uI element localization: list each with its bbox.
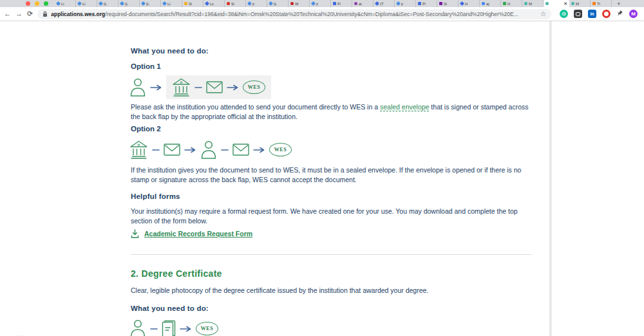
browser-tab[interactable]: aj	[480, 0, 501, 7]
tab-favicon	[375, 1, 379, 6]
browser-tab[interactable]: Li	[76, 0, 97, 7]
browser-tab[interactable]: [L	[140, 0, 161, 7]
tab-label: M	[576, 2, 579, 6]
helpful-forms-description: Your institution(s) may require a formal…	[131, 207, 538, 226]
new-tab-button[interactable]: +	[612, 0, 626, 7]
applicant-person-icon	[200, 140, 217, 160]
browser-tab[interactable]: Si	[437, 0, 459, 7]
browser-tab[interactable]: Li	[161, 0, 182, 7]
browser-tab[interactable]: Pi	[416, 0, 437, 7]
browser-tab[interactable]: Pi	[331, 0, 352, 7]
wes-logo: WES	[269, 143, 292, 156]
envelope-icon	[232, 144, 249, 156]
grammarly-extension-icon[interactable]: G	[560, 10, 568, 18]
browser-tab[interactable]: M	[522, 0, 544, 7]
academic-records-request-form-link[interactable]: Academic Records Request Form	[144, 230, 252, 238]
envelope-icon	[164, 144, 180, 156]
browser-tab[interactable]: Ti	[591, 0, 612, 7]
reload-icon[interactable]: ⟳	[27, 10, 33, 17]
browser-chrome: LiLi[L[L[LLiSiLcSijr[LWjrPiai(TjrPiSiHaj…	[0, 0, 644, 21]
browser-tab[interactable]: [L	[97, 0, 118, 7]
tab-label: jr	[316, 2, 318, 6]
browser-tab[interactable]: Si	[182, 0, 204, 7]
bookmark-star-icon[interactable]: ☆	[540, 10, 546, 17]
arrow-right-icon	[184, 147, 196, 153]
helpful-forms-heading: Helpful forms	[131, 192, 180, 200]
tab-favicon	[503, 2, 506, 5]
arrow-right-icon	[150, 84, 162, 91]
what-to-do-heading-2: What you need to do:	[131, 304, 209, 312]
tab-label: [L	[104, 2, 107, 6]
tab-label: aj	[486, 2, 489, 6]
browser-tab[interactable]: Si	[225, 0, 246, 7]
tab-favicon	[482, 2, 485, 5]
option-1-flow: WES	[129, 75, 271, 99]
scrollbar-track[interactable]	[549, 21, 552, 336]
wes-logo: WES	[243, 80, 265, 94]
browser-tab[interactable]: jr	[395, 0, 416, 7]
dash-connector	[150, 326, 158, 332]
tab-favicon	[269, 1, 273, 6]
browser-tab[interactable]: ai	[352, 0, 374, 7]
browser-tab[interactable]: Li	[55, 0, 76, 7]
tab-favicon	[141, 1, 146, 6]
option-2-flow: WES	[129, 140, 292, 160]
tab-label: Pi	[422, 2, 426, 6]
red-o-extension-icon[interactable]	[602, 10, 611, 18]
tab-favicon	[205, 1, 209, 6]
tab-favicon	[418, 2, 421, 5]
option-1-label: Option 1	[131, 62, 161, 70]
tab-favicon	[460, 1, 464, 6]
tab-favicon	[571, 2, 574, 5]
degree-flow: WES	[129, 319, 218, 336]
download-icon[interactable]	[131, 229, 139, 238]
lock-icon	[43, 11, 48, 17]
url-domain: applications.wes.org	[51, 11, 105, 17]
browser-tab[interactable]: ✕	[544, 0, 569, 7]
tab-label: jr	[401, 2, 403, 6]
profile-avatar[interactable]: M	[629, 10, 638, 18]
forward-icon[interactable]: →	[15, 10, 23, 17]
browser-tab[interactable]: jr	[246, 0, 267, 7]
browser-tab[interactable]: M	[569, 0, 591, 7]
browser-tab[interactable]: [L	[267, 0, 289, 7]
tab-close-icon[interactable]: ✕	[564, 1, 567, 6]
arrow-right-icon	[180, 326, 192, 332]
screenshot-extension-icon[interactable]	[574, 10, 582, 18]
tab-favicon	[333, 2, 336, 5]
arrow-right-icon	[227, 84, 239, 91]
close-window-button[interactable]	[26, 1, 30, 6]
browser-tab[interactable]: W	[289, 0, 310, 7]
sealed-envelope-link[interactable]: sealed envelope	[380, 103, 429, 111]
download-form-row: Academic Records Request Form	[131, 229, 252, 238]
option-1-text-before: Please ask the institution you attended …	[131, 103, 380, 111]
browser-tab[interactable]: (T	[374, 0, 395, 7]
tab-favicon	[311, 1, 316, 6]
back-icon[interactable]: ←	[4, 10, 11, 17]
address-bar[interactable]: applications.wes.org/required-documents/…	[37, 9, 551, 19]
minimize-window-button[interactable]	[35, 1, 39, 6]
tab-favicon	[439, 2, 442, 5]
tab-label: Pi	[337, 2, 341, 6]
tab-label: Lc	[210, 2, 214, 6]
degree-certificate-description: Clear, legible photocopy of the degree c…	[131, 286, 535, 295]
browser-tab[interactable]: H	[459, 0, 480, 7]
browser-tab[interactable]: Lc	[204, 0, 225, 7]
zoom-window-button[interactable]	[44, 1, 48, 6]
pin-extension-icon[interactable]	[616, 8, 623, 20]
tab-favicon	[77, 1, 82, 6]
applicant-person-icon	[129, 77, 146, 97]
applicant-person-icon	[129, 319, 146, 336]
tab-label: [L	[274, 2, 277, 6]
tab-favicon	[162, 1, 167, 6]
linkedin-extension-icon[interactable]: in	[588, 10, 596, 18]
browser-tab[interactable]: jr	[310, 0, 331, 7]
tab-favicon	[524, 2, 527, 5]
browser-tab[interactable]: [L	[118, 0, 140, 7]
page-viewport: What you need to do: Option 1	[0, 21, 644, 336]
section-divider	[131, 254, 532, 255]
browser-tab[interactable]: H	[501, 0, 522, 7]
tab-strip: LiLi[L[L[LLiSiLcSijr[LWjrPiai(TjrPiSiHaj…	[0, 0, 644, 7]
window-controls	[26, 1, 48, 6]
tab-label: H	[507, 2, 510, 6]
